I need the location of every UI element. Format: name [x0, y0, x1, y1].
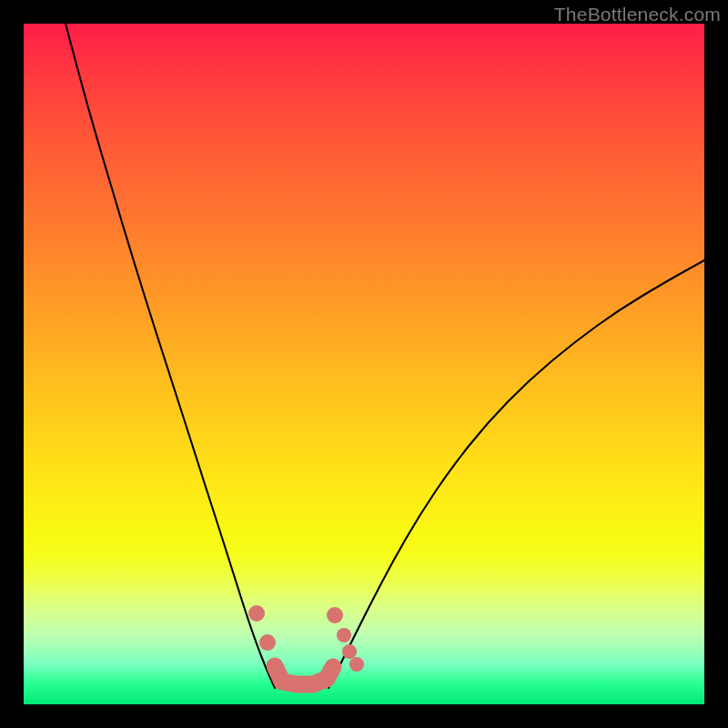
curve-marker [259, 634, 276, 651]
curve-marker [349, 657, 364, 672]
curve-marker [327, 607, 343, 623]
curve-marker [337, 628, 351, 642]
curve-markers-group [248, 605, 364, 672]
chart-overlay-svg [24, 24, 704, 704]
watermark-text: TheBottleneck.com [554, 4, 721, 25]
curve-marker [342, 644, 357, 659]
chart-frame [24, 24, 704, 704]
right-curve [329, 260, 704, 688]
left-curve [66, 24, 275, 688]
curve-marker [248, 605, 265, 622]
valley-floor-marker [275, 666, 333, 684]
